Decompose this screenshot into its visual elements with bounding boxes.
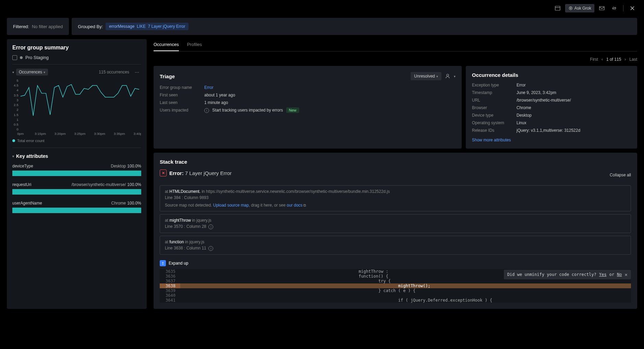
stack-frame[interactable]: at HTMLDocument. in https://synthetic-mu… xyxy=(160,185,631,211)
group-name-link[interactable]: Error xyxy=(204,85,214,90)
pager-next-icon[interactable]: › xyxy=(624,57,626,62)
code-line: 3637 try { xyxy=(160,279,631,283)
filter-box-grouped[interactable]: Grouped By: errorMessage LIKE 7 Layer jQ… xyxy=(72,18,637,35)
line-number: 3635 xyxy=(160,269,180,274)
pager-last[interactable]: Last xyxy=(629,57,637,62)
attribute-pct: 100.0% xyxy=(127,182,141,187)
filter-bar: Filtered: No filter applied Grouped By: … xyxy=(7,18,637,35)
info-icon[interactable]: i xyxy=(208,224,213,229)
pager-first[interactable]: First xyxy=(590,57,598,62)
chevron-down-icon[interactable]: ▾ xyxy=(454,74,455,78)
line-number: 3637 xyxy=(160,279,180,283)
key-attributes-toggle[interactable]: ▾ Key attributes xyxy=(12,153,141,159)
more-menu-icon[interactable]: ⋯ xyxy=(133,69,141,75)
first-seen-value: about 1 year ago xyxy=(204,93,235,97)
environment-row[interactable]: Pro Staging xyxy=(12,55,141,65)
attribute-name: requestUri xyxy=(12,182,31,187)
svg-text:2.5: 2.5 xyxy=(14,103,19,107)
expand-up-button[interactable]: ↥ Expand up xyxy=(160,257,631,269)
code-content: } catch ( e ) { xyxy=(180,288,631,293)
stack-title: Stack trace xyxy=(160,159,631,165)
svg-text:3:40pm: 3:40pm xyxy=(134,132,141,136)
docs-link[interactable]: our docs xyxy=(287,203,303,208)
assign-user-icon[interactable] xyxy=(444,73,451,80)
attribute-name: userAgentName xyxy=(12,201,42,206)
error-heading: Error: 7 Layer jQuery Error xyxy=(169,170,232,176)
svg-text:3:35pm: 3:35pm xyxy=(114,132,125,136)
detail-label: Operating system xyxy=(472,120,517,125)
attribute-item[interactable]: deviceTypeDesktop100.0% xyxy=(12,164,141,176)
error-icon: ✕ xyxy=(160,170,167,176)
detail-label: URL xyxy=(472,98,517,103)
stack-trace-card: Stack trace ✕ Error: 7 Layer jQuery Erro… xyxy=(154,153,637,309)
svg-text:4.5: 4.5 xyxy=(14,83,19,87)
ask-grok-button[interactable]: Ask Grok xyxy=(565,4,594,12)
close-icon[interactable]: ✕ xyxy=(625,272,628,277)
detail-value: Linux xyxy=(517,120,526,125)
svg-rect-4 xyxy=(599,7,604,10)
users-impacted-label: Users impacted xyxy=(160,108,204,113)
code-content xyxy=(180,293,631,298)
show-more-attributes-link[interactable]: Show more attributes xyxy=(472,138,511,142)
info-icon[interactable]: i xyxy=(208,246,213,251)
occurrence-details-card: Occurrence details Exception typeErrorTi… xyxy=(466,66,637,149)
grouped-pill[interactable]: errorMessage LIKE 7 Layer jQuery Error xyxy=(106,23,189,30)
svg-text:1.5: 1.5 xyxy=(14,113,19,117)
chevron-down-icon: ▾ xyxy=(12,70,14,74)
detail-value: June 9, 2023, 3:42pm xyxy=(517,90,556,95)
ask-grok-label: Ask Grok xyxy=(574,6,591,11)
code-line: 3641 if ( jQuery.Deferred.exceptionHook … xyxy=(160,298,631,303)
panel-icon[interactable] xyxy=(553,3,562,13)
tabs: Occurrences Profiles xyxy=(154,39,637,51)
unminify-yes-link[interactable]: Yes xyxy=(599,272,607,277)
chevron-down-icon: ▾ xyxy=(12,154,14,158)
status-dropdown[interactable]: Unresolved ▾ xyxy=(411,72,441,80)
stack-frame[interactable]: at function in jquery.jsLine 3638 : Colu… xyxy=(160,236,631,255)
attribute-pct: 100.0% xyxy=(127,201,141,206)
svg-text:3.5: 3.5 xyxy=(14,93,19,97)
chevron-down-icon: ▾ xyxy=(44,70,45,74)
svg-text:0pm: 0pm xyxy=(17,132,24,136)
collapse-all-link[interactable]: Collapse all xyxy=(610,173,631,177)
browser-icon xyxy=(12,55,17,60)
svg-text:0: 0 xyxy=(16,127,19,131)
filter-box-filtered[interactable]: Filtered: No filter applied xyxy=(7,18,69,35)
filtered-value: No filter applied xyxy=(32,24,63,29)
detail-label: Device type xyxy=(472,113,517,118)
chart-section-toggle[interactable]: ▾ Occurrences ▾ xyxy=(12,69,48,75)
line-number: 3639 xyxy=(160,288,180,293)
attribute-bar xyxy=(12,208,141,213)
stack-frame[interactable]: at mightThrow in jquery.jsLine 3570 : Co… xyxy=(160,214,631,233)
upload-source-map-link[interactable]: Upload source map xyxy=(213,203,249,208)
new-badge: New xyxy=(286,107,299,113)
unminify-no-link[interactable]: No xyxy=(617,272,622,277)
link-icon[interactable] xyxy=(609,3,619,13)
line-number: 3636 xyxy=(160,274,180,279)
svg-text:0.5: 0.5 xyxy=(14,123,19,126)
detail-label: Browser xyxy=(472,105,517,110)
pager-position: 1 of 115 xyxy=(606,57,621,62)
tab-profiles[interactable]: Profiles xyxy=(187,39,202,51)
attribute-bar xyxy=(12,171,141,176)
attribute-item[interactable]: userAgentNameChrome100.0% xyxy=(12,201,141,213)
external-link-icon: ⧉ xyxy=(303,203,306,208)
mail-icon[interactable] xyxy=(597,3,607,13)
code-block: Did we unminify your code correctly? Yes… xyxy=(160,269,631,303)
info-icon[interactable]: i xyxy=(204,108,209,113)
tab-occurrences[interactable]: Occurrences xyxy=(154,39,179,51)
svg-text:4: 4 xyxy=(16,88,19,92)
code-content: if ( jQuery.Deferred.exceptionHook ) { xyxy=(180,298,631,303)
users-impacted-value: i Start tracking users impacted by error… xyxy=(204,108,299,113)
attribute-item[interactable]: requestUri/browser/synthetic-multiverse/… xyxy=(12,182,141,195)
svg-text:5: 5 xyxy=(16,79,19,82)
attribute-value: /browser/synthetic-multiverse/ xyxy=(72,182,126,187)
pager-prev-icon[interactable]: ‹ xyxy=(602,57,603,62)
group-name-label: Error group name xyxy=(160,85,204,90)
svg-text:3:20pm: 3:20pm xyxy=(54,132,66,136)
detail-label: Release IDs xyxy=(472,128,517,133)
close-icon[interactable] xyxy=(628,3,637,13)
line-number: 3638 xyxy=(160,283,180,288)
last-seen-value: 1 minute ago xyxy=(204,100,228,105)
svg-text:3: 3 xyxy=(16,98,19,102)
chart-dropdown[interactable]: Occurrences ▾ xyxy=(16,69,48,75)
